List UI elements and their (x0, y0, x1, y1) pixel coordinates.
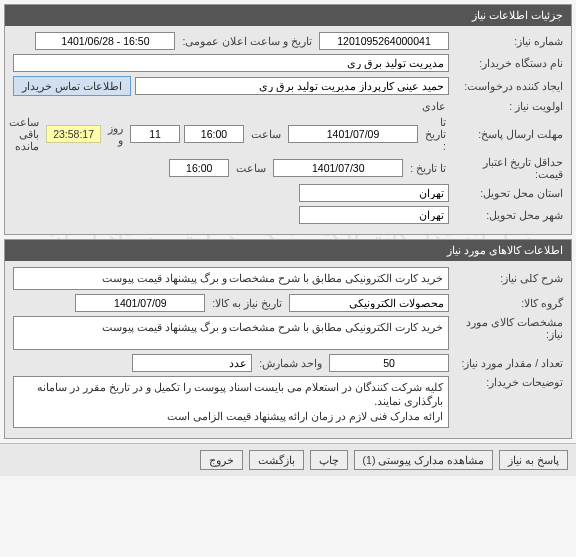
reply-button[interactable]: پاسخ به نیاز (499, 450, 568, 470)
deliver-prov-label: استان محل تحویل: (453, 187, 563, 199)
to-date-label-2: تا تاریخ : (407, 162, 449, 174)
hour-label-1: ساعت (248, 128, 284, 140)
deliver-prov-field[interactable] (299, 184, 449, 202)
hour-label-2: ساعت (233, 162, 269, 174)
button-bar: پاسخ به نیاز مشاهده مدارک پیوستی (1) چاپ… (0, 443, 576, 476)
request-no-field[interactable] (319, 32, 449, 50)
days-remain-field (130, 125, 180, 143)
priority-label: اولویت نیاز : (453, 100, 563, 112)
requester-label: ایجاد کننده درخواست: (453, 80, 563, 92)
reply-date-field[interactable] (288, 125, 418, 143)
days-and-label: روز و (105, 122, 126, 146)
unit-label: واحد شمارش: (256, 357, 325, 369)
attachments-button[interactable]: مشاهده مدارک پیوستی (1) (354, 450, 494, 470)
desc-field[interactable]: خرید کارت الکترونیکی مطابق با شرح مشخصات… (13, 267, 449, 290)
need-details-header: جزئیات اطلاعات نیاز (5, 5, 571, 26)
deliver-city-field[interactable] (299, 206, 449, 224)
need-date-label: تاریخ نیاز به کالا: (209, 297, 285, 309)
org-field[interactable] (13, 54, 449, 72)
notes-label: توضیحات خریدار: (453, 376, 563, 388)
validity-label: حداقل تاریخ اعتبار قیمت: (453, 156, 563, 180)
need-details-panel: جزئیات اطلاعات نیاز شماره نیاز: تاریخ و … (4, 4, 572, 235)
group-label: گروه کالا: (453, 297, 563, 309)
goods-info-panel: اطلاعات کالاهای مورد نیاز شرح کلی نیاز: … (4, 239, 572, 439)
back-button[interactable]: بازگشت (249, 450, 304, 470)
print-button[interactable]: چاپ (310, 450, 348, 470)
buyer-contact-button[interactable]: اطلاعات تماس خریدار (13, 76, 131, 96)
exit-button[interactable]: خروج (200, 450, 243, 470)
reply-time-field[interactable] (184, 125, 244, 143)
request-no-label: شماره نیاز: (453, 35, 563, 47)
remain-label: ساعت باقی مانده (6, 116, 42, 152)
priority-value: عادی (419, 100, 449, 112)
validity-time-field[interactable] (169, 159, 229, 177)
unit-field[interactable] (132, 354, 252, 372)
announce-label: تاریخ و ساعت اعلان عمومی: (179, 35, 315, 47)
validity-date-field[interactable] (273, 159, 403, 177)
spec-field[interactable]: خرید کارت الکترونیکی مطابق با شرح مشخصات… (13, 316, 449, 350)
notes-field[interactable]: کلیه شرکت کنندگان در استعلام می بایست اس… (13, 376, 449, 428)
announce-date-field[interactable] (35, 32, 175, 50)
countdown-timer: 23:58:17 (46, 125, 101, 143)
desc-label: شرح کلی نیاز: (453, 272, 563, 284)
deliver-city-label: شهر محل تحویل: (453, 209, 563, 221)
requester-field[interactable] (135, 77, 449, 95)
group-field[interactable] (289, 294, 449, 312)
qty-field[interactable] (329, 354, 449, 372)
to-date-label-1: تا تاریخ : (422, 116, 449, 152)
spec-label: مشخصات کالای مورد نیاز: (453, 316, 563, 340)
goods-info-header: اطلاعات کالاهای مورد نیاز (5, 240, 571, 261)
org-label: نام دستگاه خریدار: (453, 57, 563, 69)
need-date-field[interactable] (75, 294, 205, 312)
qty-label: تعداد / مقدار مورد نیاز: (453, 357, 563, 369)
reply-deadline-label: مهلت ارسال پاسخ: (453, 128, 563, 140)
